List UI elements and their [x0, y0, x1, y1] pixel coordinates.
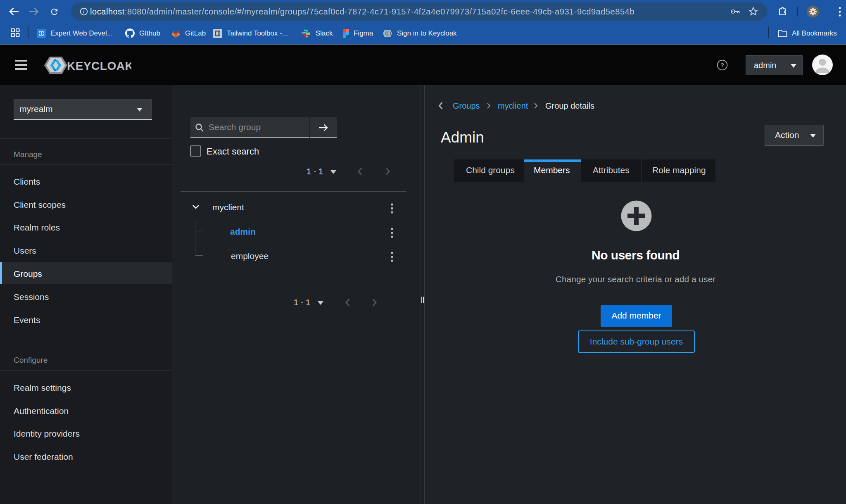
svg-text:?: ? [720, 62, 724, 69]
svg-text:KEYCLOAK: KEYCLOAK [67, 59, 131, 72]
